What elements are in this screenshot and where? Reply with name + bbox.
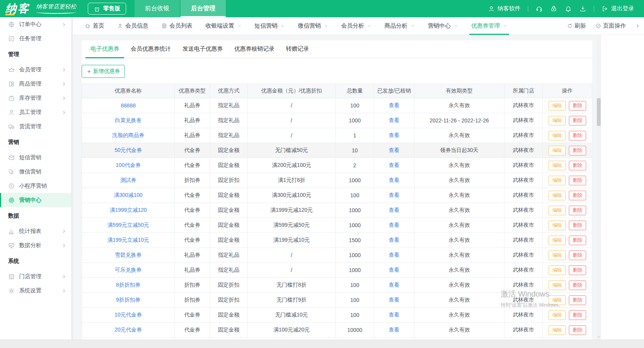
sidebar-item[interactable]: 营销中心 — [0, 193, 71, 207]
view-link[interactable]: 查看 — [389, 237, 399, 243]
coupon-name-link[interactable]: 100代金券 — [116, 162, 141, 168]
view-link[interactable]: 查看 — [389, 162, 399, 168]
edit-button[interactable]: 编辑 — [549, 116, 566, 125]
coupon-name-link[interactable]: 10元代金券 — [115, 312, 142, 318]
logout-button[interactable]: 退出登录 — [601, 5, 634, 12]
view-link[interactable]: 查看 — [389, 312, 399, 318]
scrollbar-thumb[interactable] — [597, 98, 601, 126]
delete-button[interactable]: 删除 — [569, 176, 586, 185]
view-link[interactable]: 查看 — [389, 147, 399, 153]
page-tab[interactable]: 商品分析 — [378, 17, 421, 35]
sidebar-item[interactable]: 统计报表 — [0, 224, 71, 238]
view-link[interactable]: 查看 — [389, 192, 399, 198]
page-tab[interactable]: 短信营销 — [248, 17, 291, 35]
edit-button[interactable]: 编辑 — [549, 131, 566, 140]
support-button[interactable] — [536, 5, 543, 12]
edit-button[interactable]: 编辑 — [549, 236, 566, 245]
tab-front-cashier[interactable]: 前台收银 — [135, 0, 180, 17]
delete-button[interactable]: 删除 — [569, 131, 586, 140]
edit-button[interactable]: 编辑 — [549, 191, 566, 200]
add-coupon-button[interactable]: 新增优惠券 — [82, 65, 125, 78]
sidebar-item[interactable]: 会员管理 — [0, 63, 71, 77]
user-menu[interactable]: 纳客软件 — [488, 5, 521, 12]
close-tab-button[interactable] — [281, 24, 285, 28]
coupon-name-link[interactable]: 可乐兑换券 — [115, 267, 142, 273]
coupon-tab[interactable]: 转赠记录 — [280, 40, 315, 58]
close-tab-button[interactable] — [503, 24, 507, 28]
view-link[interactable]: 查看 — [389, 117, 399, 123]
download-button[interactable] — [579, 5, 586, 12]
edit-button[interactable]: 编辑 — [549, 101, 566, 111]
coupon-name-link[interactable]: 洗脸的商品券 — [112, 132, 145, 138]
close-tab-button[interactable] — [237, 24, 242, 28]
edit-button[interactable]: 编辑 — [549, 325, 566, 335]
coupon-name-link[interactable]: 8折折扣券 — [116, 282, 141, 288]
close-tab-button[interactable] — [324, 24, 328, 28]
sidebar-item[interactable]: 门店管理 — [0, 269, 71, 284]
view-link[interactable]: 查看 — [389, 102, 399, 108]
sidebar-item[interactable]: 订单中心 — [0, 17, 71, 31]
view-link[interactable]: 查看 — [389, 297, 399, 303]
page-tab[interactable]: 优惠券管理 — [465, 17, 514, 35]
close-tab-button[interactable] — [454, 24, 458, 28]
edit-button[interactable]: 编辑 — [549, 176, 566, 185]
delete-button[interactable]: 删除 — [569, 325, 586, 335]
sidebar-item[interactable]: 任务管理 — [0, 31, 71, 46]
view-link[interactable]: 查看 — [389, 327, 399, 333]
coupon-name-link[interactable]: 20元代金券 — [115, 327, 142, 333]
coupon-name-link[interactable]: 满599元立减50元 — [107, 222, 149, 228]
coupon-name-link[interactable]: 白菜兑换卷 — [115, 117, 142, 123]
view-link[interactable]: 查看 — [389, 207, 399, 213]
delete-button[interactable]: 删除 — [569, 280, 586, 290]
edit-button[interactable]: 编辑 — [549, 266, 566, 275]
edit-button[interactable]: 编辑 — [549, 206, 566, 215]
page-tab[interactable]: 会员分析 — [335, 17, 378, 35]
edit-button[interactable]: 编辑 — [549, 310, 566, 320]
edit-button[interactable]: 编辑 — [549, 146, 566, 155]
edit-button[interactable]: 编辑 — [549, 161, 566, 170]
coupon-name-link[interactable]: 满199元立减10元 — [107, 237, 149, 243]
view-link[interactable]: 查看 — [389, 252, 399, 258]
refresh-button[interactable]: 刷新 — [567, 22, 586, 30]
edit-button[interactable]: 编辑 — [549, 295, 566, 305]
delete-button[interactable]: 删除 — [569, 146, 586, 155]
page-tab[interactable]: 收银端设置 — [199, 17, 248, 35]
coupon-tab[interactable]: 电子优惠券 — [85, 40, 125, 58]
sidebar-item[interactable]: 员工管理 — [0, 105, 71, 119]
delete-button[interactable]: 删除 — [569, 116, 586, 125]
coupon-name-link[interactable]: 雪碧兑换券 — [115, 252, 142, 258]
delete-button[interactable]: 删除 — [569, 101, 586, 111]
page-tab[interactable]: 首页 — [78, 17, 111, 35]
delete-button[interactable]: 删除 — [569, 266, 586, 275]
coupon-name-link[interactable]: 满1999立减120 — [110, 207, 147, 213]
page-tab[interactable]: 微信营销 — [291, 17, 335, 35]
page-tab[interactable]: 会员列表 — [155, 17, 199, 35]
view-link[interactable]: 查看 — [389, 177, 399, 183]
delete-button[interactable]: 删除 — [569, 251, 586, 260]
coupon-name-link[interactable]: 測試券 — [120, 177, 136, 183]
delete-button[interactable]: 删除 — [569, 191, 586, 200]
close-tab-button[interactable] — [367, 24, 371, 28]
sidebar-item[interactable]: 商品管理 — [0, 77, 71, 91]
delete-button[interactable]: 删除 — [569, 206, 586, 215]
delete-button[interactable]: 删除 — [569, 310, 586, 320]
delete-button[interactable]: 删除 — [569, 161, 586, 170]
page-tab[interactable]: 会员信息 — [111, 17, 155, 35]
view-link[interactable]: 查看 — [389, 267, 399, 273]
coupon-tab[interactable]: 会员优惠券统计 — [125, 40, 177, 58]
sidebar-item[interactable]: 微信营销 — [0, 165, 71, 179]
delete-button[interactable]: 删除 — [569, 221, 586, 230]
sidebar-item[interactable]: 短信营销 — [0, 150, 71, 165]
coupon-tab[interactable]: 优惠券核销记录 — [228, 40, 280, 58]
lock-screen-button[interactable] — [550, 5, 557, 12]
edit-button[interactable]: 编辑 — [549, 221, 566, 230]
coupon-name-link[interactable]: 9折折扣券 — [116, 297, 141, 303]
view-link[interactable]: 查看 — [389, 282, 399, 288]
coupon-name-link[interactable]: 88888 — [121, 102, 136, 109]
sidebar-item[interactable]: 货流管理 — [0, 119, 71, 134]
view-link[interactable]: 查看 — [389, 222, 399, 228]
page-tab[interactable]: 营销中心 — [421, 17, 465, 35]
page-operations-button[interactable]: 页面操作 — [595, 22, 626, 30]
close-tab-button[interactable] — [411, 24, 415, 28]
sidebar-item[interactable]: 数据分析 — [0, 238, 71, 252]
